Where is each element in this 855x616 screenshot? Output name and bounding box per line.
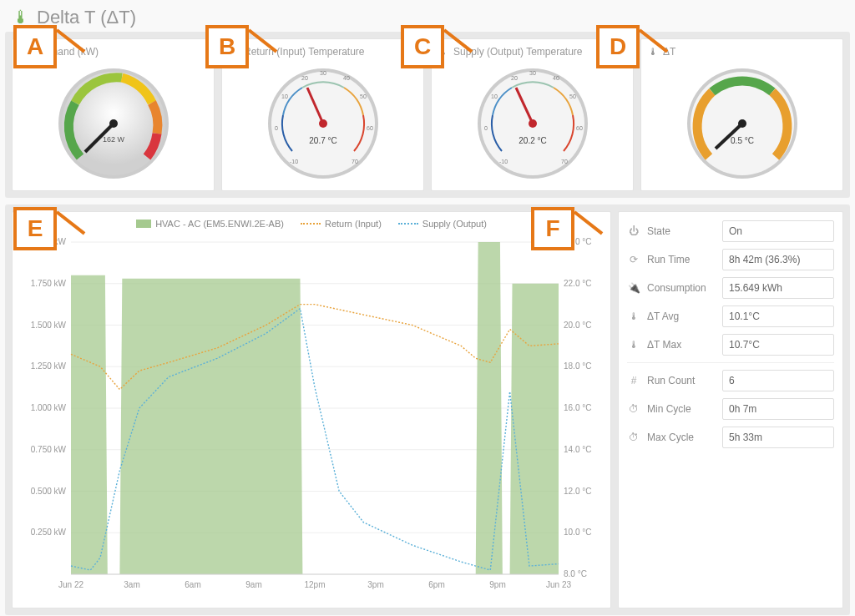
svg-text:-10: -10 (499, 159, 508, 164)
stat-runcount: #Run Count6 (627, 370, 834, 391)
svg-text:Jun 23: Jun 23 (546, 580, 571, 589)
timeseries-chart[interactable]: 0.250 kW0.500 kW0.750 kW1.000 kW1.250 kW… (19, 234, 604, 601)
svg-text:60: 60 (367, 125, 373, 131)
svg-text:-10: -10 (290, 159, 298, 164)
callout-a: A (13, 25, 92, 68)
callout-c: C (401, 25, 479, 68)
svg-point-29 (529, 119, 537, 128)
svg-text:3pm: 3pm (367, 580, 383, 589)
legend-hvac[interactable]: HVAC - AC (EM5.ENWI.2E-AB) (136, 219, 284, 229)
stat-state: ⏻StateOn (627, 220, 834, 242)
svg-text:6pm: 6pm (428, 580, 444, 589)
svg-text:18.0 °C: 18.0 °C (564, 361, 591, 371)
svg-text:1.250 kW: 1.250 kW (31, 361, 67, 371)
svg-text:1.000 kW: 1.000 kW (31, 403, 67, 412)
legend-return[interactable]: Return (Input) (301, 219, 382, 229)
gauge-supply: -10010 2030 40506070 20.2 °C (438, 63, 626, 184)
svg-text:0.500 kW: 0.500 kW (31, 487, 67, 496)
svg-text:50: 50 (569, 93, 576, 99)
svg-text:1.750 kW: 1.750 kW (31, 279, 67, 288)
svg-text:30: 30 (320, 70, 326, 76)
svg-text:20.0 °C: 20.0 °C (564, 321, 591, 330)
power-icon: ⏻ (627, 225, 640, 237)
svg-text:10.0 °C: 10.0 °C (564, 528, 591, 537)
svg-text:12.0 °C: 12.0 °C (564, 487, 591, 496)
callout-f: F (531, 207, 610, 250)
callout-b: B (205, 25, 284, 68)
stats-panel: ⏻StateOn ⟳Run Time8h 42m (36.3%) 🔌Consum… (618, 211, 843, 608)
gauge-delta: 0.5 °C (648, 63, 836, 184)
svg-text:0.750 kW: 0.750 kW (31, 445, 67, 454)
timeseries-chart-card: HVAC - AC (EM5.ENWI.2E-AB) Return (Input… (12, 211, 611, 608)
svg-text:6am: 6am (185, 580, 200, 589)
legend-supply[interactable]: Supply (Output) (398, 219, 487, 229)
svg-text:40: 40 (553, 75, 559, 81)
svg-text:8.0 °C: 8.0 °C (564, 569, 587, 578)
svg-text:10: 10 (491, 93, 498, 99)
stat-maxcycle: ⏱Max Cycle5h 33m (627, 427, 834, 448)
gauge-value: 162 W (102, 135, 124, 144)
gauge-value: 20.2 °C (519, 136, 546, 145)
svg-text:0.250 kW: 0.250 kW (31, 528, 67, 537)
stopwatch-icon: ⏱ (627, 403, 640, 415)
plug-icon: 🔌 (627, 282, 640, 294)
stat-runtime: ⟳Run Time8h 42m (36.3%) (627, 249, 834, 270)
thermometer-icon: 🌡 (627, 339, 640, 351)
lower-row: HVAC - AC (EM5.ENWI.2E-AB) Return (Input… (5, 204, 850, 615)
stat-dtmax: 🌡ΔT Max10.7°C (627, 334, 834, 356)
svg-text:22.0 °C: 22.0 °C (564, 279, 591, 288)
svg-text:20: 20 (301, 75, 308, 81)
svg-text:70: 70 (352, 159, 358, 164)
stat-dtavg: 🌡ΔT Avg10.1°C (627, 305, 834, 327)
svg-point-16 (319, 119, 327, 128)
gauge-demand: 162 W (19, 63, 207, 184)
svg-text:3am: 3am (124, 580, 139, 589)
svg-text:1.500 kW: 1.500 kW (31, 321, 67, 330)
thermometer-icon: 🌡 (627, 311, 640, 322)
gauge-return: -10010 2030 40506070 20.7 °C (229, 63, 417, 184)
svg-text:9pm: 9pm (489, 580, 505, 589)
stopwatch-icon: ⏱ (627, 432, 640, 443)
svg-text:16.0 °C: 16.0 °C (564, 403, 591, 412)
svg-point-33 (738, 119, 746, 128)
svg-text:20: 20 (511, 75, 518, 81)
svg-point-3 (109, 119, 118, 128)
gauge-value: 0.5 °C (731, 136, 754, 145)
svg-text:10: 10 (281, 93, 288, 99)
svg-text:Jun 22: Jun 22 (58, 580, 83, 589)
callout-d: D (596, 25, 675, 68)
svg-text:50: 50 (360, 93, 367, 99)
clock-icon: ⟳ (627, 254, 640, 265)
svg-text:0: 0 (275, 125, 278, 131)
svg-text:70: 70 (561, 159, 568, 164)
hash-icon: # (627, 375, 640, 386)
chart-legend: HVAC - AC (EM5.ENWI.2E-AB) Return (Input… (19, 219, 604, 229)
svg-text:60: 60 (576, 125, 583, 131)
svg-text:0: 0 (484, 125, 488, 131)
stat-mincycle: ⏱Min Cycle0h 7m (627, 398, 834, 420)
svg-text:9am: 9am (245, 580, 261, 589)
svg-text:14.0 °C: 14.0 °C (564, 445, 591, 454)
callout-e: E (13, 207, 92, 250)
svg-text:30: 30 (529, 70, 536, 76)
svg-text:12pm: 12pm (304, 580, 325, 589)
gauge-value: 20.7 °C (309, 136, 336, 145)
svg-text:40: 40 (343, 75, 350, 81)
stat-consumption: 🔌Consumption15.649 kWh (627, 277, 834, 299)
